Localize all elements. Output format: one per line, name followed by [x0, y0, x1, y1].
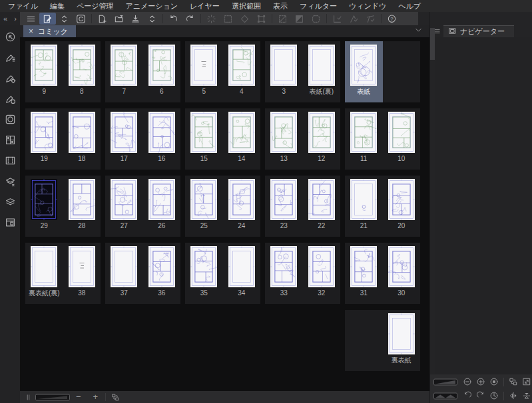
- rotate-left-button[interactable]: [462, 390, 474, 402]
- page-cell-表紙[interactable]: 表紙: [345, 41, 383, 102]
- rotate-right-button[interactable]: [475, 390, 487, 402]
- page-cell-5[interactable]: 5: [185, 41, 223, 102]
- snap-grid-icon[interactable]: [362, 13, 379, 25]
- page-cell-19[interactable]: 19: [25, 108, 63, 170]
- page-cell-37[interactable]: 37: [105, 243, 143, 304]
- fit-window-button[interactable]: [521, 376, 532, 388]
- menu-選択範囲[interactable]: 選択範囲: [226, 0, 267, 12]
- page-cell-17[interactable]: 17: [105, 108, 143, 170]
- page-cell-24[interactable]: 24: [223, 176, 261, 237]
- chevron-double-left-icon[interactable]: «: [3, 15, 7, 23]
- color-wheel-icon[interactable]: [4, 113, 17, 126]
- page-thumbnail[interactable]: [270, 45, 297, 86]
- page-cell-18[interactable]: 18: [63, 108, 101, 170]
- page-cell-38[interactable]: 38: [63, 243, 101, 304]
- clip-studio-logo-icon[interactable]: [73, 13, 89, 25]
- snap-special-ruler-icon[interactable]: [346, 13, 362, 25]
- page-thumbnail[interactable]: [190, 112, 217, 153]
- layer-property-icon[interactable]: [4, 175, 17, 188]
- page-thumbnail[interactable]: [111, 179, 137, 220]
- tab-navigator[interactable]: ナビゲーター: [443, 25, 514, 37]
- updown-chevrons-icon[interactable]: [56, 13, 73, 25]
- page-thumbnail[interactable]: [270, 246, 297, 287]
- page-thumbnail[interactable]: [190, 45, 217, 86]
- thumbnail-zoom-out-button[interactable]: −: [70, 392, 87, 402]
- tool-property-icon[interactable]: [4, 72, 17, 84]
- page-thumbnail[interactable]: [350, 45, 377, 86]
- page-thumbnail[interactable]: [228, 112, 255, 153]
- page-cell-11[interactable]: 11: [345, 108, 383, 170]
- page-cell-23[interactable]: 23: [265, 176, 303, 237]
- zoom-slider[interactable]: [433, 378, 457, 386]
- page-thumbnail[interactable]: [388, 179, 415, 220]
- sidebar-collapse-arrows[interactable]: « ›: [0, 12, 20, 25]
- page-cell-7[interactable]: 7: [105, 41, 143, 102]
- close-icon[interactable]: ×: [29, 27, 33, 36]
- page-cell-6[interactable]: 6: [143, 41, 181, 102]
- page-thumbnail[interactable]: [31, 45, 57, 86]
- rotate-slider[interactable]: [433, 392, 457, 400]
- page-thumbnail[interactable]: [111, 112, 137, 153]
- reset-rotation-button[interactable]: [489, 390, 501, 402]
- page-thumbnail[interactable]: [270, 179, 297, 220]
- page-cell-20[interactable]: 20: [383, 176, 421, 237]
- quick-access-icon[interactable]: [4, 31, 17, 43]
- page-thumbnail[interactable]: [111, 45, 137, 86]
- menu-レイヤー[interactable]: レイヤー: [184, 0, 226, 12]
- page-cell-28[interactable]: 28: [63, 176, 101, 237]
- brush-size-icon[interactable]: [4, 92, 17, 105]
- page-cell-36[interactable]: 36: [143, 243, 181, 304]
- menu-ページ管理[interactable]: ページ管理: [71, 0, 120, 12]
- page-thumbnail[interactable]: [148, 45, 175, 86]
- page-edit-tool-icon[interactable]: [39, 13, 56, 25]
- chevron-right-icon[interactable]: ›: [14, 15, 17, 23]
- page-cell-32[interactable]: 32: [303, 243, 341, 304]
- page-thumbnail[interactable]: [69, 112, 95, 153]
- page-cell-16[interactable]: 16: [143, 108, 181, 170]
- panel-scrollbar-thumb[interactable]: [430, 28, 435, 60]
- page-thumbnail[interactable]: [228, 246, 255, 287]
- page-thumbnail[interactable]: [228, 179, 255, 220]
- page-thumbnail[interactable]: [69, 179, 95, 220]
- page-thumbnail[interactable]: [190, 246, 217, 287]
- page-cell-15[interactable]: 15: [185, 108, 223, 170]
- page-thumbnail[interactable]: [148, 179, 175, 220]
- thumbnail-size-slider[interactable]: [35, 394, 70, 401]
- page-cell-31[interactable]: 31: [345, 243, 383, 304]
- page-cell-12[interactable]: 12: [303, 108, 341, 170]
- main-menu-icon[interactable]: [23, 13, 39, 25]
- page-cell-22[interactable]: 22: [303, 176, 341, 237]
- page-thumbnail[interactable]: [31, 112, 57, 153]
- page-thumbnail[interactable]: [350, 112, 377, 153]
- material-icon[interactable]: [4, 154, 17, 167]
- deselect-icon[interactable]: [274, 13, 291, 25]
- page-thumbnail[interactable]: [388, 313, 415, 354]
- page-thumbnail[interactable]: [270, 112, 297, 153]
- tab-comic[interactable]: × コミック: [23, 25, 76, 37]
- page-thumbnail[interactable]: [69, 45, 95, 86]
- page-cell-4[interactable]: 4: [223, 41, 261, 102]
- menu-アニメーション[interactable]: アニメーション: [120, 0, 184, 12]
- page-cell-9[interactable]: 9: [25, 41, 63, 102]
- actual-size-button[interactable]: [489, 376, 501, 388]
- page-thumbnail[interactable]: [148, 246, 175, 287]
- page-cell-35[interactable]: 35: [185, 243, 223, 304]
- help-icon[interactable]: ?: [384, 13, 400, 25]
- page-cell-8[interactable]: 8: [63, 41, 101, 102]
- updown-chevrons-icon[interactable]: [144, 13, 160, 25]
- page-cell-表紙(裏)[interactable]: 表紙(裏): [303, 41, 341, 102]
- zoom-out-button[interactable]: [462, 376, 474, 388]
- page-cell-裏表紙[interactable]: 裏表紙: [383, 310, 421, 371]
- page-cell-29[interactable]: 29: [25, 176, 63, 237]
- page-thumbnail[interactable]: [228, 45, 255, 86]
- page-thumbnail[interactable]: [350, 246, 377, 287]
- page-manager-canvas[interactable]: 9876543表紙(裏)表紙19181716151413121110292827…: [20, 37, 429, 391]
- undo-icon[interactable]: [165, 13, 182, 25]
- open-file-icon[interactable]: [111, 13, 127, 25]
- page-thumbnail[interactable]: [190, 179, 217, 220]
- save-file-icon[interactable]: [127, 13, 144, 25]
- color-set-icon[interactable]: [4, 134, 17, 146]
- flip-vertical-button[interactable]: [521, 390, 532, 402]
- page-cell-21[interactable]: 21: [345, 176, 383, 237]
- page-thumbnail[interactable]: [388, 246, 415, 287]
